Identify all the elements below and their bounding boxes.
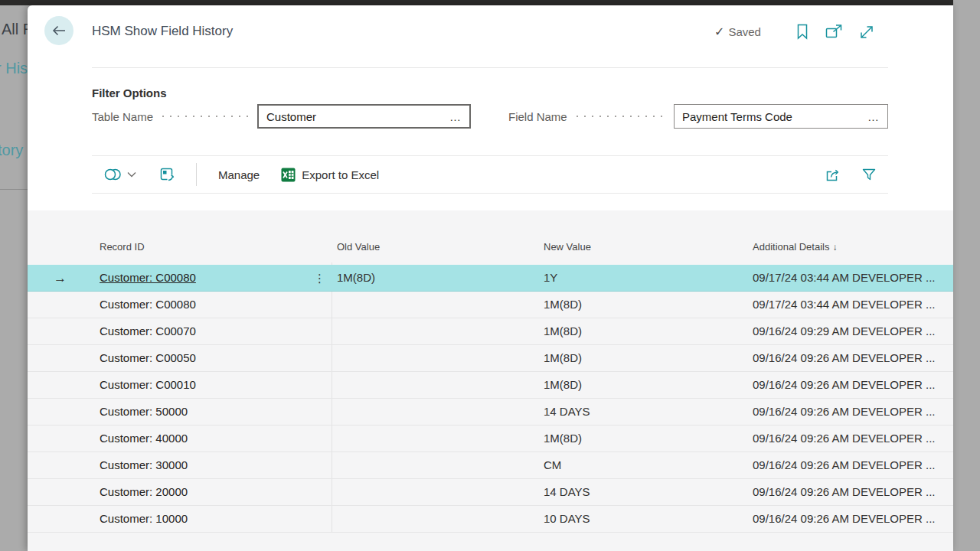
cell-new-value: 14 DAYS	[544, 479, 753, 505]
table-name-lookup-button[interactable]: …	[448, 110, 463, 123]
open-in-new-window-icon[interactable]	[825, 24, 843, 39]
table-name-field: Table Name Customer …	[92, 104, 471, 129]
cell-new-value: 1M(8D)	[544, 372, 753, 398]
row-gutter: →	[28, 479, 100, 505]
toolbar-right	[825, 167, 877, 182]
column-header-additional-details[interactable]: Additional Details↓	[753, 241, 837, 253]
bookmark-icon[interactable]	[796, 24, 808, 40]
switch-layout-icon[interactable]	[159, 167, 175, 182]
backdrop-divider	[0, 189, 28, 190]
expand-icon[interactable]	[859, 24, 874, 40]
cell-old-value	[337, 399, 544, 425]
backdrop-clipped-text: tory	[0, 142, 23, 159]
table-row[interactable]: → Customer: C00010 1M(8D) 09/16/24 09:26…	[28, 372, 953, 399]
row-gutter: →	[28, 506, 100, 532]
cell-new-value: 14 DAYS	[544, 399, 753, 425]
row-kebab-menu[interactable]: ⋮	[314, 265, 325, 292]
cell-old-value: 1M(8D)	[337, 265, 544, 291]
grid-rows: → Customer: C00080 1M(8D) 1Y 09/17/24 03…	[28, 265, 953, 533]
cell-additional-details: 09/16/24 09:26 AM DEVELOPER ...	[753, 425, 953, 452]
row-gutter: →	[28, 452, 100, 478]
list-toolbar: Manage Export to Excel	[92, 155, 888, 194]
row-gutter: →	[28, 292, 100, 318]
table-row[interactable]: → Customer: 20000 14 DAYS 09/16/24 09:26…	[28, 479, 953, 506]
field-name-lookup-button[interactable]: …	[866, 110, 881, 123]
cell-new-value: 1M(8D)	[544, 425, 753, 452]
excel-icon	[281, 168, 296, 182]
dotted-leader	[159, 116, 248, 117]
cell-record-id[interactable]: Customer: C00070	[100, 318, 337, 344]
cell-record-id[interactable]: Customer: 40000	[100, 425, 337, 452]
cell-new-value: 1M(8D)	[544, 318, 753, 344]
cell-new-value: 10 DAYS	[544, 506, 753, 532]
cell-old-value	[337, 372, 544, 398]
cell-old-value	[337, 425, 544, 452]
row-gutter: →	[28, 425, 100, 452]
header-divider	[92, 67, 888, 68]
back-arrow-icon	[51, 22, 67, 39]
cell-new-value: 1Y	[544, 265, 753, 291]
table-row[interactable]: → Customer: 10000 10 DAYS 09/16/24 09:26…	[28, 506, 953, 533]
row-gutter: →	[28, 265, 100, 291]
export-to-excel-button[interactable]: Export to Excel	[281, 168, 379, 182]
sort-desc-icon: ↓	[832, 242, 837, 253]
table-row[interactable]: → Customer: C00070 1M(8D) 09/16/24 09:29…	[28, 318, 953, 345]
table-row[interactable]: → Customer: C00050 1M(8D) 09/16/24 09:26…	[28, 345, 953, 372]
cell-new-value: 1M(8D)	[544, 292, 753, 318]
table-row[interactable]: → Customer: 50000 14 DAYS 09/16/24 09:26…	[28, 399, 953, 425]
header-actions: ✓ Saved	[714, 24, 874, 40]
share-icon[interactable]	[825, 167, 843, 182]
column-header-new-value[interactable]: New Value	[544, 241, 591, 253]
cell-record-id[interactable]: Customer: C00010	[100, 372, 337, 398]
chevron-down-icon	[127, 171, 136, 178]
toolbar-divider	[196, 163, 197, 186]
dotted-leader	[573, 116, 665, 117]
table-row[interactable]: → Customer: 30000 CM 09/16/24 09:26 AM D…	[28, 452, 953, 479]
cell-record-id[interactable]: Customer: C00080	[100, 265, 337, 291]
grid-header: Record ID Old Value New Value Additional…	[28, 241, 953, 258]
cell-record-id[interactable]: Customer: 50000	[100, 399, 337, 425]
table-row[interactable]: → Customer: C00080 1M(8D) 1Y 09/17/24 03…	[28, 265, 953, 292]
cell-additional-details: 09/16/24 09:26 AM DEVELOPER ...	[753, 506, 953, 532]
cell-additional-details: 09/16/24 09:26 AM DEVELOPER ...	[753, 479, 953, 505]
cell-old-value	[337, 292, 544, 318]
cell-additional-details: 09/16/24 09:26 AM DEVELOPER ...	[753, 399, 953, 425]
cell-record-id[interactable]: Customer: 10000	[100, 506, 337, 532]
cell-additional-details: 09/16/24 09:29 AM DEVELOPER ...	[753, 318, 953, 344]
filter-icon[interactable]	[861, 168, 877, 181]
field-name-label: Field Name	[508, 110, 567, 123]
back-button[interactable]	[44, 16, 74, 45]
column-header-old-value[interactable]: Old Value	[337, 241, 380, 253]
table-row[interactable]: → Customer: 40000 1M(8D) 09/16/24 09:26 …	[28, 425, 953, 452]
cell-record-id[interactable]: Customer: 30000	[100, 452, 337, 478]
background-top-bar	[0, 0, 953, 5]
page-title: HSM Show Field History	[92, 24, 233, 39]
field-name-value: Payment Terms Code	[682, 110, 866, 123]
cell-old-value	[337, 452, 544, 478]
field-name-input[interactable]: Payment Terms Code …	[674, 104, 888, 129]
cell-additional-details: 09/17/24 03:44 AM DEVELOPER ...	[753, 265, 953, 291]
cell-old-value	[337, 318, 544, 344]
field-history-grid: Record ID Old Value New Value Additional…	[28, 210, 953, 551]
views-icon	[103, 167, 122, 182]
cell-additional-details: 09/16/24 09:26 AM DEVELOPER ...	[753, 452, 953, 478]
table-row[interactable]: → Customer: C00080 1M(8D) 09/17/24 03:44…	[28, 292, 953, 318]
table-name-input[interactable]: Customer …	[257, 104, 471, 129]
cell-record-id[interactable]: Customer: C00050	[100, 345, 337, 371]
active-row-arrow-icon: →	[54, 272, 67, 285]
column-header-record-id[interactable]: Record ID	[100, 241, 145, 253]
cell-record-id[interactable]: Customer: 20000	[100, 479, 337, 505]
cell-new-value: CM	[544, 452, 753, 478]
check-icon: ✓	[714, 24, 724, 39]
field-name-field: Field Name Payment Terms Code …	[508, 104, 888, 129]
cell-new-value: 1M(8D)	[544, 345, 753, 371]
field-history-dialog: HSM Show Field History ✓ Saved Filter Op…	[28, 5, 953, 551]
cell-additional-details: 09/17/24 03:44 AM DEVELOPER ...	[753, 292, 953, 318]
cell-additional-details: 09/16/24 09:26 AM DEVELOPER ...	[753, 372, 953, 398]
save-status: ✓ Saved	[714, 24, 761, 39]
table-name-value: Customer	[266, 110, 448, 123]
cell-record-id[interactable]: Customer: C00080	[100, 292, 337, 318]
views-menu-button[interactable]	[103, 167, 136, 182]
filter-section-title: Filter Options	[92, 86, 167, 99]
manage-button[interactable]: Manage	[218, 168, 260, 181]
